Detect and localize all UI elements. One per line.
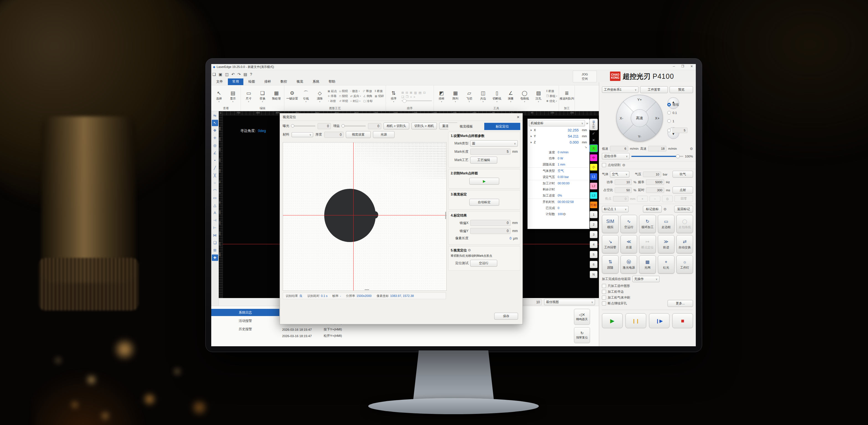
layer-num-6[interactable]: 6 xyxy=(590,261,597,268)
gear-icon[interactable]: ⚙ xyxy=(468,248,471,252)
ribbon-阴切-button[interactable]: ⊓阴切 xyxy=(339,94,348,99)
menu-tab-常用[interactable]: 常用 xyxy=(228,79,243,85)
pause-button[interactable]: ❙❙ xyxy=(625,313,646,328)
mark-coord-button[interactable]: 标记坐标 xyxy=(643,206,662,213)
自动交换-button[interactable]: ⇄自动交换 xyxy=(676,235,693,253)
ribbon-补偿-button[interactable]: ◔补偿 xyxy=(328,99,337,104)
material-dropdown[interactable]: ∨ xyxy=(291,132,313,137)
lens-offset-x-field[interactable]: 0 xyxy=(470,220,510,226)
log-tab-系统日志[interactable]: 系统日志 xyxy=(211,309,279,316)
coord-mode-dropdown[interactable]: 机械坐标 ∨ xyxy=(529,120,585,126)
前进-button[interactable]: ≫前进 xyxy=(658,235,675,253)
ribbon-倒角-button[interactable]: ∠倒角 xyxy=(363,94,372,99)
ribbon-封口-button[interactable]: ○封口▾ xyxy=(350,99,361,104)
layer-chip-大[interactable]: 大 xyxy=(590,145,597,152)
menu-tab-数控[interactable]: 数控 xyxy=(276,79,291,85)
jog-pad[interactable]: Y+ X- X+ Y- 高速 xyxy=(616,95,663,141)
gain-field[interactable]: 0 xyxy=(368,123,381,129)
jog-speed-button[interactable]: 高速 xyxy=(631,110,648,127)
text-tool[interactable]: A xyxy=(212,209,218,216)
stop-button[interactable]: ■ xyxy=(672,313,693,328)
jog-x-minus[interactable]: X- xyxy=(620,116,623,120)
arc-tool[interactable]: ◠ xyxy=(212,187,218,194)
group-tool[interactable]: ❏ xyxy=(212,239,218,246)
lens-offset-y-field[interactable]: 0 xyxy=(470,228,510,234)
layer-chip-L3[interactable]: L3 xyxy=(590,192,597,199)
camera-resize-grip[interactable] xyxy=(365,289,369,290)
camera-scrollbar[interactable] xyxy=(445,212,446,219)
dialog-tab-视觉模板[interactable]: 视觉模板 xyxy=(448,123,484,130)
sort-option-icon[interactable]: ⊞ xyxy=(401,91,404,94)
layer-chip-打标[interactable]: 打标 xyxy=(590,202,597,208)
high-speed-field[interactable]: 18 xyxy=(648,146,666,151)
layer-process-button[interactable]: ▤工艺 xyxy=(589,119,598,130)
dock-corner-icon[interactable]: ↘ xyxy=(528,145,589,149)
cut-mark-play-button[interactable]: ▶ xyxy=(469,178,499,185)
exposure-slider[interactable] xyxy=(291,125,315,126)
menu-tab-文件[interactable]: 文件 xyxy=(212,79,227,85)
layer-chip-L2[interactable]: L2 xyxy=(590,183,597,189)
gain-slider[interactable] xyxy=(342,125,366,126)
menu-tab-绘图[interactable]: 绘图 xyxy=(244,79,259,85)
work-coord-dropdown[interactable]: 工件坐标系1 ∨ xyxy=(602,86,639,93)
空运行-button[interactable]: ∿空运行 xyxy=(620,215,637,233)
origin-tool[interactable]: ✚ xyxy=(212,255,218,261)
work-zero-button[interactable]: 工件置零 xyxy=(640,86,668,93)
layer-num-5[interactable]: 5 xyxy=(590,251,597,258)
ribbon-飞切-button[interactable]: ▱飞切▾ xyxy=(463,89,475,103)
save-icon[interactable]: ◫ xyxy=(225,72,229,77)
check-icon[interactable]: ✓ xyxy=(592,130,595,137)
layer-num-1[interactable]: 1 xyxy=(590,211,597,218)
pan-tool[interactable]: ✥ xyxy=(212,127,218,134)
layer-num-4[interactable]: 4 xyxy=(590,241,597,248)
sort-option-icon[interactable]: ⊠ xyxy=(410,91,412,94)
后退-button[interactable]: ≪后退 xyxy=(620,235,637,253)
alarm-reset-button[interactable]: ↻ 报警复位 xyxy=(574,327,590,343)
jog-cut-checkbox[interactable] xyxy=(602,163,606,167)
ribbon-群组-button[interactable]: ❐群组▾ xyxy=(546,94,557,99)
radio-连续[interactable] xyxy=(667,103,671,107)
ribbon-起点-button[interactable]: ▣起点 xyxy=(328,89,337,94)
断点继续穿孔-checkbox[interactable] xyxy=(602,301,606,306)
ribbon-排样-button[interactable]: ◩排样▾ xyxy=(436,89,448,103)
gear-icon[interactable]: ⚙ xyxy=(622,163,625,167)
ribbon-共边-button[interactable]: ◫共边▾ xyxy=(477,89,489,103)
ribbon-清除-button[interactable]: ◇清除▾ xyxy=(314,89,326,103)
delay-field[interactable]: 300 xyxy=(646,188,664,193)
move-tool[interactable]: ✛ xyxy=(212,135,218,141)
cross-tool[interactable]: ╳ xyxy=(212,172,218,178)
ribbon-阵列-button[interactable]: ▦阵列▾ xyxy=(450,89,462,103)
start-button[interactable]: ▶ xyxy=(602,313,623,328)
ribbon-释放-button[interactable]: ◸释放 xyxy=(363,89,372,94)
head-to-camera-button[interactable]: 切割头 > 相机 xyxy=(411,122,437,130)
模拟-button[interactable]: SIM模拟 xyxy=(602,215,619,233)
dialog-titlebar[interactable]: 视觉定位 ✕ xyxy=(280,113,523,121)
循环加工-button[interactable]: ↻循环加工 xyxy=(639,215,656,233)
ribbon-阳切-button[interactable]: ⊔阳切 xyxy=(339,89,348,94)
menu-tab-帮助[interactable]: 帮助 xyxy=(324,79,340,85)
走边框-button[interactable]: ▭走边框 xyxy=(658,215,675,233)
vision-settings-button[interactable]: 视觉设置 xyxy=(346,131,371,138)
polygon-tool[interactable]: △ xyxy=(212,202,218,208)
工作灯-button[interactable]: ☼工作灯 xyxy=(676,255,693,274)
pressure-field[interactable]: 10 xyxy=(643,172,661,177)
locate-tool[interactable]: ◎ xyxy=(212,142,218,149)
point-tool[interactable]: • xyxy=(212,157,218,164)
gear-icon[interactable]: ⚙ xyxy=(563,212,566,216)
ribbon-尺寸-button[interactable]: ▭尺寸▾ xyxy=(243,89,255,103)
flip-tool[interactable]: ⇋ xyxy=(212,112,218,119)
bowtie-tool[interactable]: ⋈ xyxy=(212,232,218,238)
ribbon-冷却-button[interactable]: ▢冷却 xyxy=(363,99,372,104)
camera-to-head-button[interactable]: 相机 > 切割头 xyxy=(383,122,409,130)
ribbon-一键设置-button[interactable]: ⚙一键设置 xyxy=(286,89,298,103)
back-to-mark-button[interactable]: 返回标记 xyxy=(674,206,693,213)
save-button[interactable]: 保存 xyxy=(494,313,518,320)
low-speed-field[interactable]: 6 xyxy=(610,146,628,151)
select-tool[interactable]: ↖ xyxy=(212,120,218,126)
leadin-tool[interactable]: ⊣ xyxy=(212,217,218,223)
help-icon[interactable]: ? xyxy=(250,72,252,77)
menu-tab-视觉[interactable]: 视觉 xyxy=(292,79,308,85)
power-field[interactable]: 10 xyxy=(615,179,632,185)
close-icon[interactable]: ✕ xyxy=(688,65,695,69)
gear-icon[interactable]: ⚙ xyxy=(663,207,667,211)
